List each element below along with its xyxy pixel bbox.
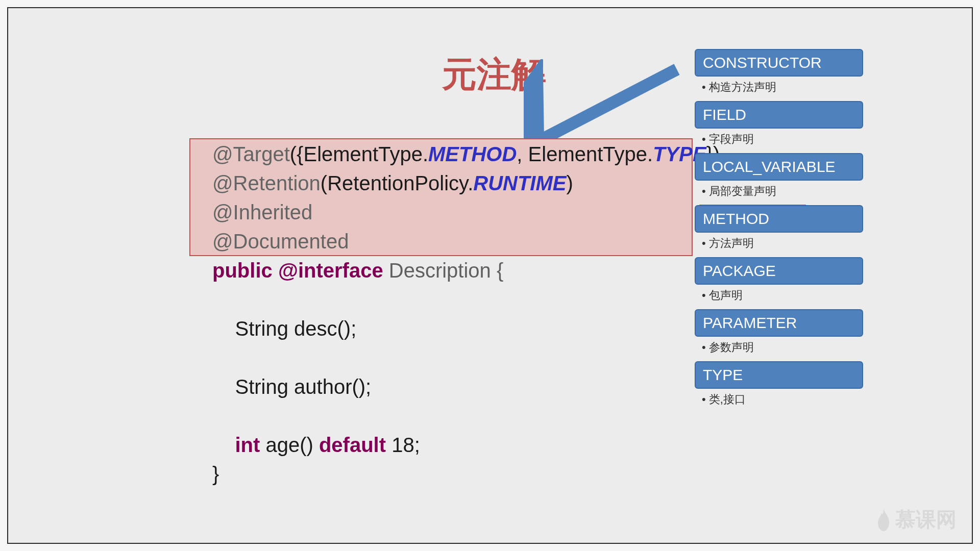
- panel-desc: 方法声明: [695, 233, 863, 254]
- slide-frame: 元注解 @Target({ElementType.METHOD, Element…: [7, 7, 973, 544]
- code-token: , ElementType.: [517, 143, 653, 165]
- panel-desc: 字段声明: [695, 129, 863, 150]
- code-token: @interface: [278, 259, 389, 282]
- code-token: RUNTIME: [473, 172, 566, 194]
- panel-item: LOCAL_VARIABLE 局部变量声明: [695, 153, 863, 202]
- panel-head: TYPE: [695, 361, 863, 389]
- panel-item: PARAMETER 参数声明: [695, 309, 863, 358]
- panel-item: TYPE 类,接口: [695, 361, 863, 410]
- watermark-logo: 慕课网: [875, 506, 957, 534]
- slide-title: 元注解: [442, 52, 546, 98]
- panel-head: PARAMETER: [695, 309, 863, 337]
- code-token: default: [319, 434, 391, 456]
- code-token: public: [212, 259, 278, 282]
- panel-head: PACKAGE: [695, 257, 863, 285]
- element-type-panel: CONSTRUCTOR 构造方法声明 FIELD 字段声明 LOCAL_VARI…: [695, 49, 863, 413]
- flame-icon: [875, 509, 892, 531]
- code-token: String desc();: [212, 317, 356, 340]
- code-token: age(): [265, 434, 319, 456]
- panel-head: FIELD: [695, 101, 863, 129]
- panel-desc: 包声明: [695, 285, 863, 306]
- code-token: METHOD: [428, 143, 517, 165]
- panel-item: FIELD 字段声明: [695, 101, 863, 150]
- logo-text: 慕课网: [895, 506, 957, 534]
- code-token: 18;: [391, 434, 420, 456]
- arrow-icon: [524, 59, 692, 151]
- code-token: ): [566, 172, 573, 194]
- code-token: @Documented: [212, 230, 349, 253]
- panel-item: METHOD 方法声明: [695, 205, 863, 254]
- code-token: (RetentionPolicy.: [321, 172, 473, 194]
- code-token: @Retention: [212, 172, 321, 194]
- code-token: String author();: [212, 375, 371, 398]
- panel-desc: 局部变量声明: [695, 181, 863, 202]
- panel-head: METHOD: [695, 205, 863, 233]
- panel-desc: 类,接口: [695, 389, 863, 410]
- code-token: int: [235, 434, 265, 456]
- code-token: ({ElementType.: [290, 143, 428, 165]
- svg-line-0: [544, 69, 677, 138]
- panel-item: PACKAGE 包声明: [695, 257, 863, 306]
- panel-item: CONSTRUCTOR 构造方法声明: [695, 49, 863, 98]
- panel-desc: 参数声明: [695, 337, 863, 358]
- panel-head: CONSTRUCTOR: [695, 49, 863, 77]
- panel-desc: 构造方法声明: [695, 77, 863, 98]
- code-token: @Inherited: [212, 201, 312, 223]
- code-block: @Target({ElementType.METHOD, ElementType…: [212, 140, 720, 489]
- code-token: @Target: [212, 143, 290, 165]
- code-token: Description {: [389, 259, 504, 282]
- panel-head: LOCAL_VARIABLE: [695, 153, 863, 181]
- code-token: }: [212, 463, 219, 485]
- code-token: [212, 434, 235, 456]
